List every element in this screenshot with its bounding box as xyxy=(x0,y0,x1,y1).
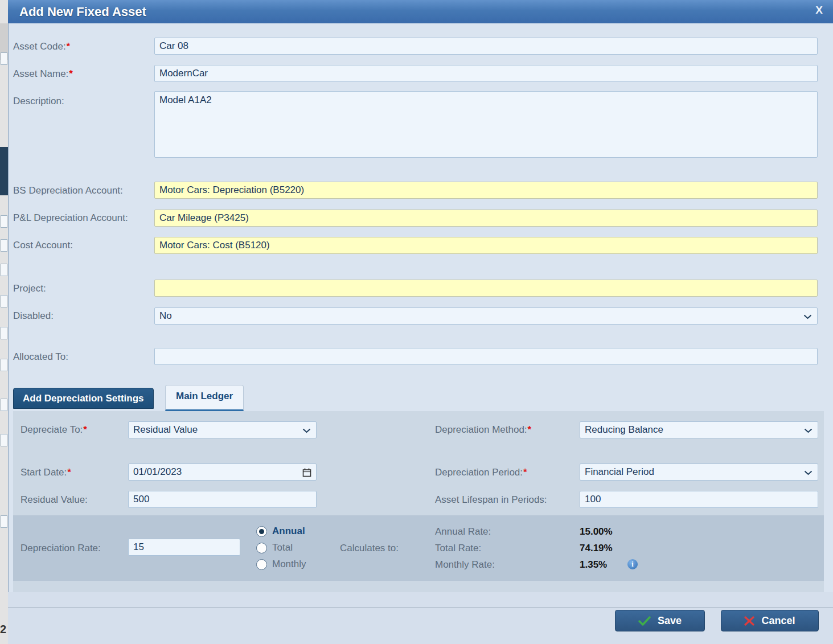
background-header-fragment xyxy=(0,147,8,195)
footer-divider xyxy=(8,607,833,608)
background-field-fragment xyxy=(1,434,7,446)
dialog-titlebar: Add New Fixed Asset X xyxy=(8,0,833,23)
annual-rate-label: Annual Rate: xyxy=(435,526,491,538)
required-asterisk: * xyxy=(67,467,71,478)
chevron-down-icon xyxy=(302,428,311,433)
start-date-input[interactable]: 01/01/2023 xyxy=(128,463,317,481)
calculates-to-label: Calculates to: xyxy=(340,543,399,554)
background-field-fragment xyxy=(1,295,7,307)
background-field-fragment xyxy=(1,399,7,411)
residual-value-input[interactable] xyxy=(128,491,317,508)
description-label: Description: xyxy=(13,96,64,107)
annual-rate-value: 15.00% xyxy=(580,526,613,538)
allocated-to-input[interactable] xyxy=(154,348,818,365)
depreciation-period-select[interactable]: Financial Period xyxy=(580,463,818,481)
total-rate-value: 74.19% xyxy=(580,543,613,554)
tab-main-ledger[interactable]: Main Ledger xyxy=(165,385,244,411)
background-field-fragment xyxy=(1,264,7,276)
info-icon[interactable]: i xyxy=(627,559,638,569)
required-asterisk: * xyxy=(83,424,87,435)
asset-name-input[interactable] xyxy=(154,65,818,82)
radio-monthly[interactable]: Monthly xyxy=(256,559,306,570)
chevron-down-icon xyxy=(804,428,813,433)
radio-total[interactable]: Total xyxy=(256,542,293,553)
background-field-fragment xyxy=(1,239,7,252)
x-icon xyxy=(744,616,754,626)
depreciation-period-label: Depreciation Period:* xyxy=(435,467,527,478)
depreciate-to-select[interactable]: Residual Value xyxy=(128,421,317,438)
depreciate-to-label: Depreciate To:* xyxy=(20,424,87,436)
disabled-label: Disabled: xyxy=(13,310,54,322)
check-icon xyxy=(638,616,651,626)
background-field-fragment xyxy=(1,359,7,371)
close-icon[interactable]: X xyxy=(812,4,826,17)
depreciation-method-label: Depreciation Method:* xyxy=(435,424,531,436)
depreciation-rate-label: Depreciation Rate: xyxy=(20,543,101,554)
bs-depreciation-account-input[interactable] xyxy=(154,182,818,199)
save-button[interactable]: Save xyxy=(615,610,705,631)
start-date-label: Start Date:* xyxy=(20,467,71,478)
radio-button-icon[interactable] xyxy=(256,559,267,570)
required-asterisk: * xyxy=(528,424,532,435)
asset-lifespan-label: Asset Lifespan in Periods: xyxy=(435,494,547,506)
background-page: 2 xyxy=(0,0,8,644)
depreciation-rate-input[interactable] xyxy=(128,539,240,556)
screen: 2 Add New Fixed Asset X Asset Code:* Ass… xyxy=(0,0,833,644)
dialog-title: Add New Fixed Asset xyxy=(19,5,146,19)
radio-button-icon[interactable] xyxy=(256,526,267,537)
tab-add-depreciation-settings[interactable]: Add Depreciation Settings xyxy=(13,388,154,409)
background-field-fragment xyxy=(1,515,7,528)
project-input[interactable] xyxy=(154,280,818,297)
required-asterisk: * xyxy=(67,41,71,52)
total-rate-label: Total Rate: xyxy=(435,543,481,554)
dialog-footer xyxy=(8,592,833,644)
required-asterisk: * xyxy=(69,68,73,79)
monthly-rate-label: Monthly Rate: xyxy=(435,559,495,571)
asset-lifespan-input[interactable] xyxy=(580,491,818,508)
radio-button-icon[interactable] xyxy=(256,543,267,553)
asset-name-label: Asset Name:* xyxy=(13,68,73,80)
bs-depreciation-account-label: BS Depreciation Account: xyxy=(13,185,123,196)
disabled-select[interactable]: No xyxy=(154,307,818,325)
cost-account-label: Cost Account: xyxy=(13,240,73,251)
background-field-fragment xyxy=(1,52,7,65)
project-label: Project: xyxy=(13,283,46,294)
background-field-fragment xyxy=(1,327,7,339)
monthly-rate-value: 1.35% xyxy=(580,559,607,571)
pl-depreciation-account-label: P&L Depreciation Account: xyxy=(13,212,128,224)
depreciation-method-select[interactable]: Reducing Balance xyxy=(580,421,818,438)
radio-annual[interactable]: Annual xyxy=(256,526,305,537)
background-field-fragment xyxy=(1,215,7,228)
required-asterisk: * xyxy=(523,467,527,478)
description-input[interactable]: Model A1A2 xyxy=(154,91,818,158)
residual-value-label: Residual Value: xyxy=(20,494,88,506)
chevron-down-icon xyxy=(803,314,812,319)
asset-code-input[interactable] xyxy=(154,38,818,55)
cost-account-input[interactable] xyxy=(154,237,818,254)
background-page-number: 2 xyxy=(0,623,8,636)
asset-code-label: Asset Code:* xyxy=(13,41,70,52)
pl-depreciation-account-input[interactable] xyxy=(154,210,818,227)
chevron-down-icon xyxy=(804,470,813,475)
calendar-icon[interactable] xyxy=(302,468,311,477)
allocated-to-label: Allocated To: xyxy=(13,351,68,363)
cancel-button[interactable]: Cancel xyxy=(721,610,819,631)
